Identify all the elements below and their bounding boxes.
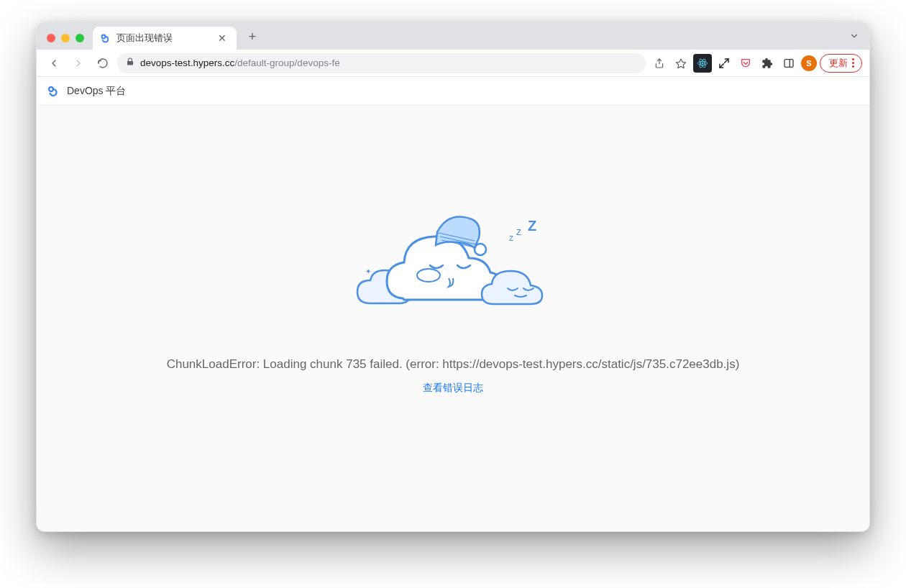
sidepanel-icon[interactable]: [779, 54, 798, 73]
url-path: /default-group/devops-fe: [234, 58, 339, 68]
app-header: DevOps 平台: [37, 77, 869, 106]
avatar-letter: S: [806, 59, 811, 68]
browser-window: 页面出现错误 ✕ + devops-test.hypers.cc/default…: [36, 22, 870, 532]
window-maximize-button[interactable]: [76, 34, 84, 42]
new-tab-button[interactable]: +: [242, 27, 262, 47]
url-text: devops-test.hypers.cc/default-group/devo…: [140, 58, 340, 68]
extensions-puzzle-icon[interactable]: [758, 54, 777, 73]
toolbar-right: S 更新: [650, 54, 862, 73]
menu-dots-icon: [852, 58, 854, 68]
svg-text:✦: ✦: [365, 267, 371, 275]
update-label: 更新: [829, 57, 848, 70]
nav-reload-button[interactable]: [93, 53, 113, 73]
nav-back-button[interactable]: [44, 53, 64, 73]
pocket-icon[interactable]: [736, 54, 755, 73]
svg-text:z: z: [516, 226, 521, 237]
tab-close-button[interactable]: ✕: [215, 32, 229, 45]
svg-text:z: z: [509, 233, 513, 243]
nav-forward-button[interactable]: [68, 53, 88, 73]
error-message: ChunkLoadError: Loading chunk 735 failed…: [167, 357, 740, 372]
address-bar[interactable]: devops-test.hypers.cc/default-group/devo…: [117, 53, 646, 73]
window-controls: [42, 34, 88, 50]
svg-point-15: [417, 269, 440, 282]
browser-toolbar: devops-test.hypers.cc/default-group/devo…: [37, 50, 869, 77]
app-logo-icon: [47, 85, 60, 98]
browser-tab[interactable]: 页面出现错误 ✕: [93, 27, 237, 50]
sleeping-cloud-illustration: z z Z ✦: [352, 206, 554, 321]
tab-strip: 页面出现错误 ✕ +: [37, 22, 869, 50]
tabs-overflow-button[interactable]: [849, 31, 859, 44]
error-page: z z Z ✦ ChunkLoadError: Loading chunk 73…: [37, 106, 869, 531]
browser-update-button[interactable]: 更新: [820, 54, 862, 73]
svg-marker-1: [676, 59, 685, 68]
tab-favicon-icon: [100, 33, 111, 44]
svg-text:Z: Z: [528, 218, 536, 234]
window-close-button[interactable]: [47, 34, 55, 42]
expand-icon[interactable]: [715, 54, 733, 73]
app-title: DevOps 平台: [67, 85, 126, 98]
url-host: devops-test.hypers.cc: [140, 58, 234, 68]
bookmark-star-icon[interactable]: [672, 54, 690, 73]
share-icon[interactable]: [650, 54, 669, 73]
svg-point-5: [702, 62, 703, 63]
view-error-log-link[interactable]: 查看错误日志: [423, 382, 483, 395]
svg-rect-8: [784, 59, 793, 67]
window-minimize-button[interactable]: [61, 34, 70, 42]
profile-avatar[interactable]: S: [801, 55, 817, 71]
svg-line-7: [720, 63, 723, 67]
tab-title: 页面出现错误: [116, 32, 173, 45]
react-devtools-icon[interactable]: [693, 54, 712, 73]
svg-line-6: [725, 59, 728, 63]
lock-icon: [126, 58, 134, 68]
svg-point-14: [475, 244, 486, 255]
